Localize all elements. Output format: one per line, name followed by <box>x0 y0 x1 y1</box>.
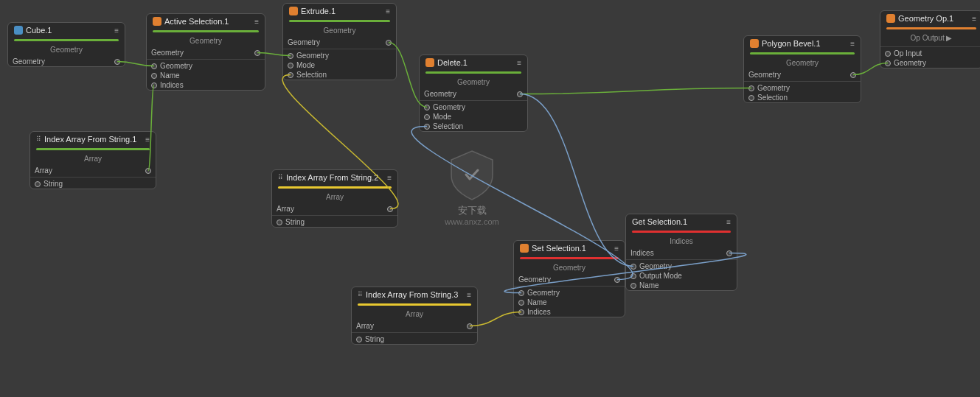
gs1-indices-out-row: Indices <box>626 248 737 258</box>
extrude1-bar <box>289 20 390 22</box>
ia2-str-in-row: String <box>272 217 397 227</box>
ss1-geo-out-port[interactable] <box>614 277 620 283</box>
cube1-node[interactable]: Cube.1 ≡ Geometry Geometry <box>7 22 125 67</box>
watermark: 安下载 www.anxz.com <box>391 144 553 232</box>
ia1-bar <box>36 148 150 150</box>
cube1-menu[interactable]: ≡ <box>114 27 119 35</box>
del1-sel-in-port[interactable] <box>424 124 430 130</box>
cube1-header: Cube.1 ≡ <box>8 23 125 38</box>
delete1-node[interactable]: Delete.1 ≡ Geometry Geometry Geometry Mo… <box>419 55 528 132</box>
gs1-name-in-port[interactable] <box>630 283 636 289</box>
del1-geo-in-row: Geometry <box>420 102 527 112</box>
ext1-mode-in-port[interactable] <box>288 63 293 68</box>
set-selection1-node[interactable]: Set Selection.1 ≡ Geometry Geometry Geom… <box>513 240 625 317</box>
index-array3-node[interactable]: ⠿ Index Array From String.3 ≡ Array Arra… <box>351 287 478 345</box>
ss1-geo-out-label: Geometry <box>518 275 551 284</box>
cube1-geo-out-port[interactable] <box>114 59 120 65</box>
ia3-array-out-port[interactable] <box>467 323 473 329</box>
as1-geo-out-row: Geometry <box>147 48 265 57</box>
polygon-bevel1-node[interactable]: Polygon Bevel.1 ≡ Geometry Geometry Geom… <box>743 35 861 103</box>
ia2-bar <box>278 186 392 189</box>
ia2-menu[interactable]: ≡ <box>387 174 392 182</box>
as1-name-in-port[interactable] <box>151 73 157 79</box>
ss1-name-in-port[interactable] <box>518 300 524 306</box>
ss1-indices-in-port[interactable] <box>518 309 524 315</box>
ss1-bar <box>520 257 619 259</box>
ia1-array-out-port[interactable] <box>145 168 151 174</box>
gs1-indices-out-port[interactable] <box>726 250 732 256</box>
ss1-geo-in-port[interactable] <box>518 290 524 296</box>
index-array2-node[interactable]: ⠿ Index Array From String.2 ≡ Array Arra… <box>271 169 398 228</box>
cube1-type: Geometry <box>8 44 125 57</box>
ext1-geo-out-label: Geometry <box>288 38 320 46</box>
go1-bar <box>886 27 976 29</box>
pb1-menu[interactable]: ≡ <box>850 40 855 48</box>
as1-geo-in-row: Geometry <box>147 61 265 71</box>
del1-geo-out-port[interactable] <box>517 91 523 97</box>
ia3-array-out-label: Array <box>356 322 374 330</box>
ia1-menu[interactable]: ≡ <box>145 136 150 144</box>
go1-opinput-in-port[interactable] <box>885 51 891 57</box>
ia3-str-in-row: String <box>352 334 477 344</box>
ia3-bar <box>358 303 471 306</box>
ext1-sel-in-label: Selection <box>296 71 327 79</box>
gs1-geo-in-port[interactable] <box>630 264 636 270</box>
active-selection1-title: Active Selection.1 <box>164 17 254 26</box>
as1-geo-out-label: Geometry <box>151 49 184 57</box>
pb1-header: Polygon Bevel.1 ≡ <box>744 36 861 51</box>
cube1-title: Cube.1 <box>26 26 114 35</box>
ext1-geo-out-port[interactable] <box>386 40 392 46</box>
go1-menu[interactable]: ≡ <box>972 15 976 23</box>
pb1-title: Polygon Bevel.1 <box>762 39 850 48</box>
delete1-menu[interactable]: ≡ <box>517 59 521 67</box>
ia3-str-in-label: String <box>365 335 384 343</box>
gs1-geo-in-label: Geometry <box>639 262 672 270</box>
go1-opinput-in-label: Op Input <box>894 49 922 57</box>
del1-mode-in-label: Mode <box>433 113 451 121</box>
gs1-title: Get Selection.1 <box>632 217 726 226</box>
ia1-title: Index Array From String.1 <box>44 135 145 144</box>
ia2-str-in-port[interactable] <box>277 219 282 225</box>
del1-mode-in-port[interactable] <box>424 114 430 120</box>
ia1-str-in-port[interactable] <box>35 181 41 187</box>
gs1-indices-out-label: Indices <box>630 249 654 257</box>
ia2-array-out-port[interactable] <box>387 206 393 212</box>
watermark-site: 安下载 <box>458 204 487 217</box>
geometry-op1-node[interactable]: Geometry Op.1 ≡ Op Output ▶ Op Input Geo… <box>880 10 980 68</box>
ia2-array-out-label: Array <box>277 205 294 213</box>
ia1-str-in-label: String <box>44 180 63 188</box>
as1-indices-in-port[interactable] <box>151 82 157 88</box>
active-selection1-menu[interactable]: ≡ <box>254 18 259 26</box>
go1-geo-in-port[interactable] <box>885 60 891 66</box>
index-array1-node[interactable]: ⠿ Index Array From String.1 ≡ Array Arra… <box>29 131 156 189</box>
gs1-mode-in-row: Output Mode <box>626 271 737 281</box>
gs1-bar <box>632 231 731 233</box>
ia3-menu[interactable]: ≡ <box>467 291 471 299</box>
active-selection1-node[interactable]: Active Selection.1 ≡ Geometry Geometry G… <box>146 13 265 91</box>
pb1-sel-in-label: Selection <box>757 94 788 102</box>
as1-geo-in-port[interactable] <box>151 63 157 69</box>
cube1-geo-out-row: Geometry <box>8 57 125 66</box>
ia3-str-in-port[interactable] <box>356 337 362 342</box>
gs1-mode-in-port[interactable] <box>630 273 636 279</box>
ia1-array-out-row: Array <box>30 166 156 175</box>
extrude1-menu[interactable]: ≡ <box>386 7 390 15</box>
gs1-menu[interactable]: ≡ <box>726 218 731 226</box>
del1-geo-in-port[interactable] <box>424 105 430 110</box>
pb1-geo-in-port[interactable] <box>748 85 754 91</box>
ss1-menu[interactable]: ≡ <box>614 245 619 253</box>
pb1-sel-in-port[interactable] <box>748 95 754 101</box>
ext1-geo-in-port[interactable] <box>288 53 293 59</box>
ext1-sel-in-port[interactable] <box>288 72 293 78</box>
as1-geo-out-port[interactable] <box>254 50 260 56</box>
ia3-array-out-row: Array <box>352 321 477 331</box>
pb1-geo-out-port[interactable] <box>850 72 856 78</box>
go1-type: Op Output ▶ <box>880 32 980 45</box>
extrude1-header: Extrude.1 ≡ <box>283 4 396 18</box>
pb1-geo-in-row: Geometry <box>744 83 861 93</box>
pb1-geo-out-label: Geometry <box>748 71 781 79</box>
extrude1-node[interactable]: Extrude.1 ≡ Geometry Geometry Geometry M… <box>282 3 397 80</box>
get-selection1-node[interactable]: Get Selection.1 ≡ Indices Indices Geomet… <box>625 214 737 291</box>
ss1-icon <box>520 244 529 253</box>
ext1-mode-in-label: Mode <box>296 61 315 69</box>
